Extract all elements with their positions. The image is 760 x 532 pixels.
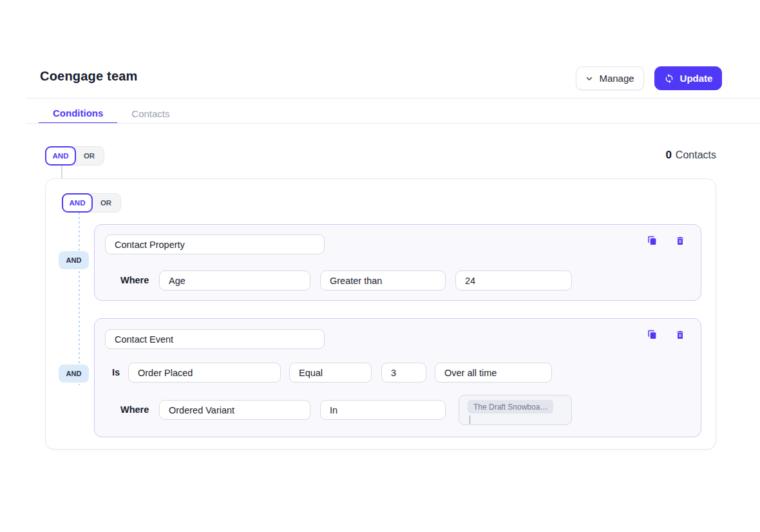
and-badge: AND	[59, 365, 89, 383]
event-operator-select[interactable]: Equal	[289, 363, 372, 383]
outer-logic-toggle: AND OR	[45, 146, 104, 166]
copy-icon	[647, 330, 658, 343]
page-title: Coengage team	[40, 69, 138, 84]
is-label: Is	[112, 367, 120, 377]
trash-icon	[675, 236, 685, 249]
condition-type-select[interactable]: Contact Event	[105, 329, 325, 349]
condition-card-contact-property: Contact Property Where Age Greater than …	[94, 224, 701, 301]
inner-logic-toggle: AND OR	[62, 193, 121, 213]
sync-icon	[664, 73, 674, 84]
condition-type-select[interactable]: Contact Property	[105, 234, 325, 254]
contacts-count: 0Contacts	[665, 149, 716, 162]
condition-card-contact-event: Contact Event Is Order Placed Equal 3 Ov…	[94, 318, 701, 437]
inner-and-button[interactable]: AND	[62, 193, 93, 213]
in-operator-select[interactable]: In	[320, 400, 446, 420]
manage-button-label: Manage	[599, 73, 634, 84]
connector-line	[61, 166, 62, 179]
tab-conditions[interactable]: Conditions	[39, 104, 117, 124]
tabs-divider	[26, 123, 760, 124]
update-button[interactable]: Update	[654, 66, 722, 90]
chevron-down-icon	[585, 75, 593, 82]
event-select[interactable]: Order Placed	[128, 363, 281, 383]
delete-button[interactable]	[675, 237, 685, 247]
event-property-select[interactable]: Ordered Variant	[159, 400, 310, 420]
tab-contacts[interactable]: Contacts	[117, 104, 184, 124]
trash-icon	[675, 330, 685, 343]
property-select[interactable]: Age	[159, 271, 310, 290]
header-divider	[26, 98, 760, 99]
copy-button[interactable]	[647, 331, 658, 341]
and-badge: AND	[59, 251, 89, 269]
operator-select[interactable]: Greater than	[320, 271, 446, 290]
event-count-input[interactable]: 3	[381, 363, 426, 383]
copy-icon	[647, 236, 658, 249]
where-label: Where	[120, 275, 149, 285]
values-multiselect[interactable]: The Draft Snowboa…	[459, 395, 572, 425]
selected-value-chip: The Draft Snowboa…	[468, 400, 553, 413]
card-actions	[647, 331, 685, 341]
timeframe-select[interactable]: Over all time	[435, 363, 552, 383]
condition-group: AND OR AND AND Contact Property Where Ag…	[45, 178, 716, 450]
manage-button[interactable]: Manage	[576, 66, 644, 90]
inner-or-button[interactable]: OR	[89, 193, 121, 213]
contacts-count-value: 0	[665, 149, 671, 161]
update-button-label: Update	[680, 73, 713, 84]
value-input[interactable]: 24	[455, 271, 572, 290]
outer-and-button[interactable]: AND	[45, 146, 76, 166]
copy-button[interactable]	[647, 237, 658, 247]
tab-bar: Conditions Contacts	[39, 104, 184, 124]
card-actions	[647, 237, 685, 247]
dotted-connector-line	[79, 213, 80, 385]
contacts-count-label: Contacts	[676, 149, 716, 160]
outer-or-button[interactable]: OR	[72, 146, 104, 166]
where-label: Where	[120, 404, 149, 415]
delete-button[interactable]	[675, 331, 685, 341]
text-cursor	[470, 415, 470, 424]
